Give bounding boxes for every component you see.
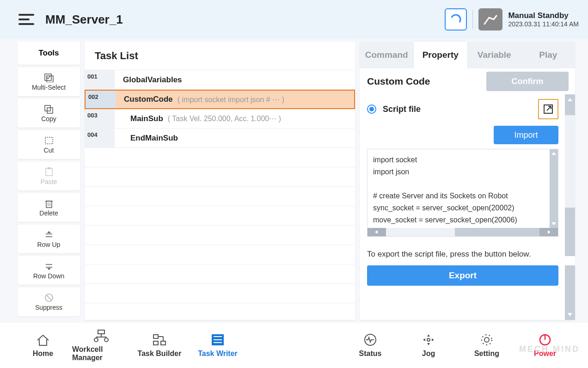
svg-rect-5 [46,168,52,176]
multi-select-icon [43,73,55,83]
suppress-button[interactable]: Suppress [18,288,80,316]
jog-icon [421,333,436,347]
copy-icon [43,104,55,114]
status-icon [362,333,378,347]
script-file-radio[interactable] [367,104,376,114]
svg-rect-3 [47,108,53,113]
nav-home[interactable]: Home [14,333,72,358]
svg-rect-6 [48,167,50,169]
nav-status[interactable]: Status [341,333,399,358]
nav-workcell-manager[interactable]: Workcell Manager [72,329,130,362]
svg-rect-2 [45,105,50,111]
paste-icon [43,167,55,177]
svg-line-16 [46,295,52,301]
property-title: Custom Code [367,76,430,87]
task-row-cmd: EndMainSub [115,134,178,143]
trash-icon [43,198,55,209]
nav-jog[interactable]: Jog [399,333,458,358]
svg-rect-7 [46,201,52,208]
task-row-num: 002 [86,91,116,108]
confirm-button[interactable]: Confirm [486,72,569,91]
svg-rect-18 [98,330,104,334]
svg-rect-23 [153,335,158,338]
nav-task-writer[interactable]: Task Writer [189,333,247,358]
export-button[interactable]: Export [367,265,558,286]
code-vscroll[interactable] [550,149,558,228]
script-file-label: Script file [383,104,538,114]
row-up-button[interactable]: Row Up [18,225,80,253]
svg-rect-25 [161,341,165,345]
task-row-cmd: MainSub [115,114,163,123]
status-time: 2023.03.31 11:40:14 AM [508,20,579,28]
svg-point-22 [104,338,108,342]
workcell-manager-icon [93,329,109,343]
horseshoe-icon [449,13,462,26]
delete-button[interactable]: Delete [18,193,80,222]
tab-property[interactable]: Property [414,42,468,68]
copy-button[interactable]: Copy [18,99,80,128]
export-hint: To export the script file, press the but… [367,250,558,259]
task-row-num: 004 [85,129,115,147]
cut-button[interactable]: Cut [18,130,80,159]
home-icon [35,333,51,347]
tab-command[interactable]: Command [360,42,414,68]
svg-point-21 [94,338,98,342]
nav-task-builder[interactable]: Task Builder [130,333,189,358]
tab-play[interactable]: Play [521,42,576,68]
tools-heading: Tools [18,42,80,65]
cut-icon [43,135,55,146]
row-down-button[interactable]: Row Down [18,256,80,285]
task-row-param: ( import socket import json # ⋯ ) [178,95,284,104]
task-row[interactable]: 001GlobalVariables [85,70,355,90]
task-row-cmd: CustomCode [116,95,173,104]
tab-variable[interactable]: Variable [467,42,521,68]
servo-button[interactable] [445,8,467,31]
setting-icon [479,333,495,347]
task-row-num: 003 [85,109,115,128]
panel-vscroll[interactable] [565,94,575,320]
suppress-icon [43,293,55,303]
code-hscroll[interactable] [368,228,558,236]
expand-button[interactable] [538,99,558,119]
robot-arm-icon [483,13,498,26]
menu-icon[interactable] [18,14,34,25]
svg-rect-0 [45,74,51,80]
task-writer-icon [210,333,226,347]
status-label: Manual Standby [508,11,579,20]
task-row-num: 001 [85,70,115,89]
row-down-icon [43,261,55,271]
svg-point-35 [482,335,492,345]
task-row-cmd: GlobalVariables [115,75,182,85]
task-row[interactable]: 004EndMainSub [85,129,355,148]
svg-rect-24 [153,341,158,345]
tasklist-heading: Task List [85,42,355,70]
watermark: MECH MIND [519,344,580,354]
svg-point-34 [484,337,489,342]
task-row-param: ( Task Vel. 250.000, Acc. 1.000⋯ ) [168,114,281,123]
multi-select-button[interactable]: Multi-Select [18,67,80,96]
paste-button[interactable]: Paste [18,162,80,190]
page-title: MM_Server_1 [45,12,123,27]
task-builder-icon [152,333,167,347]
svg-rect-4 [45,137,53,144]
task-row[interactable]: 003MainSub( Task Vel. 250.000, Acc. 1.00… [85,109,355,129]
task-row[interactable]: 002CustomCode( import socket import json… [85,90,355,109]
robot-mode-button[interactable] [478,8,502,31]
import-button[interactable]: Import [494,126,558,144]
svg-point-33 [427,338,430,341]
nav-setting[interactable]: Setting [458,333,516,358]
row-up-icon [43,230,55,240]
divider [472,10,473,29]
expand-icon [543,104,554,115]
code-area[interactable]: import socketimport json # create Server… [368,149,558,228]
